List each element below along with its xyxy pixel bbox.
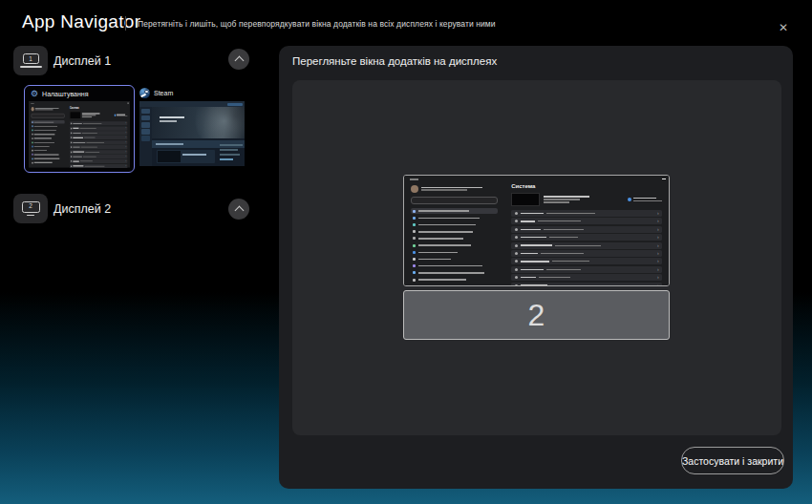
laptop-icon: 1 xyxy=(23,53,39,64)
header-subtitle: Перетягніть і лишіть, щоб перевпорядкува… xyxy=(138,19,496,29)
steam-logo-icon xyxy=(139,88,150,98)
display-1-dropzone[interactable]: Система › › › › › › › › xyxy=(403,175,670,286)
chevron-up-icon xyxy=(234,206,244,216)
apply-and-close-button[interactable]: Застосувати і закрити xyxy=(681,447,784,474)
app-card-steam[interactable]: Steam xyxy=(137,85,247,169)
display-2-icon: 2 xyxy=(13,194,48,223)
app-name: Налаштування xyxy=(42,91,88,97)
app-card-settings[interactable]: ⚙ Налаштування xyxy=(24,85,135,173)
steam-window-thumbnail xyxy=(139,101,245,166)
settings-card-header: ⚙ Налаштування xyxy=(31,90,88,98)
header-divider xyxy=(125,16,126,31)
display-1-icon: 1 xyxy=(13,46,48,75)
device-image xyxy=(511,193,540,206)
windows-update-indicator xyxy=(628,197,663,203)
steam-card-header: Steam xyxy=(139,88,173,98)
app-navigator-overlay: App Navigator Перетягніть і лишіть, щоб … xyxy=(0,0,812,504)
settings-window-preview-small: Система › › › › › › › › xyxy=(29,101,130,167)
settings-window-preview-large: Система › › › › › › › › xyxy=(404,176,669,285)
display-2-dropzone[interactable]: 2 xyxy=(403,290,670,340)
display-2-label: Дисплей 2 xyxy=(53,202,111,216)
settings-window-thumbnail: Система › › › › › › › › xyxy=(29,101,130,168)
panel-heading: Перегляньте вікна додатків на дисплеях xyxy=(292,55,497,67)
display-2-collapse-button[interactable] xyxy=(228,199,249,220)
close-icon[interactable]: ✕ xyxy=(774,18,793,37)
displays-preview-canvas: Система › › › › › › › › xyxy=(292,80,781,435)
steam-window-preview xyxy=(139,101,245,166)
app-name: Steam xyxy=(154,90,173,96)
page-title: App Navigator xyxy=(22,11,140,32)
main-panel: Перегляньте вікна додатків на дисплеях xyxy=(279,46,793,489)
chevron-up-icon xyxy=(234,56,244,66)
display-1-collapse-button[interactable] xyxy=(228,49,249,70)
display-1-label: Дисплей 1 xyxy=(53,54,111,68)
settings-page-title: Система xyxy=(511,183,662,192)
monitor-icon: 2 xyxy=(22,201,40,213)
settings-gear-icon: ⚙ xyxy=(31,90,38,98)
